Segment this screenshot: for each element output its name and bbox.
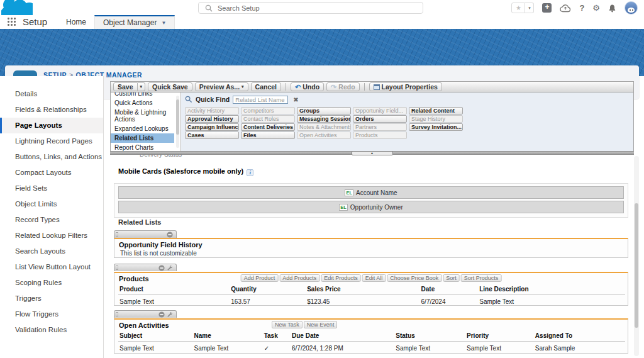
related-list-section-products[interactable]: ProductsAdd ProductAdd ProductsEdit Prod… bbox=[114, 272, 628, 306]
palette-item-related-content[interactable]: Related Content bbox=[409, 107, 463, 115]
notifications-bell-icon[interactable] bbox=[608, 4, 616, 13]
palette-item-open-activities[interactable]: Open Activities bbox=[297, 131, 351, 139]
edit-section-properties-icon[interactable] bbox=[167, 265, 173, 271]
table-cell: ✓ bbox=[263, 342, 291, 355]
palette-item-cases[interactable]: Cases bbox=[185, 131, 239, 139]
drag-grip-icon bbox=[116, 266, 118, 270]
setup-nav-bar: Setup Home Object Manager ▼ bbox=[0, 15, 644, 29]
sidebar-item-related-lookup-filters[interactable]: Related Lookup Filters bbox=[0, 228, 103, 243]
app-launcher-icon[interactable] bbox=[8, 18, 16, 26]
palette-item-files[interactable]: Files bbox=[241, 131, 295, 139]
palette-item-opportunity-field[interactable]: Opportunity Field... bbox=[353, 107, 407, 115]
sidebar-item-field-sets[interactable]: Field Sets bbox=[0, 181, 103, 196]
section-table: ProductQuantitySales PriceDateLine Descr… bbox=[118, 284, 625, 308]
search-icon bbox=[205, 4, 213, 12]
sidebar-item-object-limits[interactable]: Object Limits bbox=[0, 196, 103, 212]
column-header-line-description: Line Description bbox=[478, 284, 625, 295]
save-button[interactable]: Save bbox=[113, 82, 138, 91]
section-handle-products[interactable] bbox=[114, 264, 177, 271]
sidebar-item-scoping-rules[interactable]: Scoping Rules bbox=[0, 275, 103, 291]
category-scrollbar[interactable] bbox=[176, 96, 179, 148]
tab-object-manager-label: Object Manager bbox=[103, 18, 157, 27]
palette-canvas-divider: ▲ bbox=[110, 151, 634, 155]
sidebar-item-validation-rules[interactable]: Validation Rules bbox=[0, 322, 103, 338]
palette-item-content-deliveries[interactable]: Content Deliveries bbox=[241, 123, 295, 131]
palette-column: Related ContentStage HistorySurvey Invit… bbox=[409, 107, 463, 139]
favorites-dropdown-icon[interactable]: ▾ bbox=[525, 3, 534, 13]
palette-item-orders[interactable]: Orders bbox=[353, 115, 407, 123]
related-list-section-open-activities[interactable]: Open ActivitiesNew TaskNew EventSubjectN… bbox=[114, 318, 628, 354]
sidebar-item-lightning-record-pages[interactable]: Lightning Record Pages bbox=[0, 133, 103, 149]
collapse-palette-handle[interactable]: ▲ bbox=[352, 151, 393, 155]
palette-category-custom-links[interactable]: Custom Links bbox=[111, 92, 174, 98]
remove-section-icon[interactable] bbox=[167, 232, 173, 238]
palette-item-groups[interactable]: Groups bbox=[297, 107, 351, 115]
palette-item-activity-history[interactable]: Activity History bbox=[185, 107, 239, 115]
palette-category-related-lists[interactable]: Related Lists bbox=[111, 133, 174, 143]
sidebar-item-fields-relationships[interactable]: Fields & Relationships bbox=[0, 102, 103, 118]
user-avatar[interactable] bbox=[625, 1, 638, 14]
palette-item-messaging-sessions[interactable]: Messaging Sessions bbox=[297, 115, 351, 123]
sidebar-item-list-view-button-layout[interactable]: List View Button Layout bbox=[0, 259, 103, 275]
palette-item-survey-invitation[interactable]: Survey Invitation... bbox=[409, 123, 463, 131]
related-list-section-opportunity-field-history[interactable]: Opportunity Field HistoryThis list is no… bbox=[114, 238, 628, 258]
palette-item-products[interactable]: Products bbox=[353, 131, 407, 139]
tab-home[interactable]: Home bbox=[58, 15, 94, 29]
palette-item-notes-attachments[interactable]: Notes & Attachments bbox=[297, 123, 351, 131]
sidebar-item-details[interactable]: Details bbox=[0, 86, 103, 102]
palette-category-expanded-lookups[interactable]: Expanded Lookups bbox=[111, 124, 174, 133]
mobile-card-account-name[interactable]: ELAccount Name bbox=[118, 186, 624, 199]
table-cell: Sample Text bbox=[118, 295, 230, 308]
mobile-cards-dropzone: ELAccount NameELOpportunity Owner bbox=[114, 183, 628, 218]
redo-button[interactable]: ↷Redo bbox=[326, 82, 359, 91]
quick-save-button[interactable]: Quick Save bbox=[148, 82, 192, 91]
scrollbar-thumb[interactable] bbox=[635, 203, 638, 328]
quick-find-input[interactable] bbox=[233, 96, 288, 104]
palette-category-mobile-lightning-actions[interactable]: Mobile & Lightning Actions bbox=[111, 108, 174, 124]
canvas-scrollbar[interactable] bbox=[634, 156, 639, 356]
palette-category-quick-actions[interactable]: Quick Actions bbox=[111, 98, 174, 108]
undo-button[interactable]: ↶Undo bbox=[291, 82, 324, 91]
clear-icon[interactable]: ✖ bbox=[293, 96, 298, 103]
palette-item-competitors[interactable]: Competitors bbox=[241, 107, 295, 115]
palette-item-stage-history[interactable]: Stage History bbox=[409, 115, 463, 123]
sidebar-item-triggers[interactable]: Triggers bbox=[0, 291, 103, 306]
sidebar-item-page-layouts[interactable]: Page Layouts bbox=[0, 118, 103, 133]
toolbar-separator bbox=[364, 83, 365, 91]
search-input[interactable] bbox=[218, 4, 423, 12]
redo-icon: ↷ bbox=[331, 84, 336, 90]
remove-section-icon[interactable] bbox=[158, 265, 165, 271]
table-cell: Sample Text bbox=[478, 295, 625, 308]
column-header-status: Status bbox=[394, 331, 465, 342]
palette-column: Opportunity Field...OrdersPartnersProduc… bbox=[353, 107, 407, 139]
org-cloud-icon[interactable] bbox=[560, 4, 571, 13]
save-dropdown-button[interactable]: ▾ bbox=[138, 82, 146, 91]
palette-item-contact-roles[interactable]: Contact Roles bbox=[241, 115, 295, 123]
info-icon[interactable]: i bbox=[247, 169, 253, 176]
palette-category-report-charts[interactable]: Report Charts bbox=[111, 143, 174, 151]
sidebar-item-compact-layouts[interactable]: Compact Layouts bbox=[0, 165, 103, 181]
section-handle-opportunity-field-history[interactable] bbox=[114, 230, 177, 238]
app-name-label: Setup bbox=[23, 16, 47, 27]
layout-properties-button[interactable]: Layout Properties bbox=[369, 82, 442, 91]
page-layout-editor: Save ▾ Quick Save Preview As...▾ Cancel … bbox=[110, 81, 634, 358]
remove-section-icon[interactable] bbox=[158, 311, 165, 318]
palette-item-campaign-influence[interactable]: Campaign Influence bbox=[185, 123, 239, 131]
section-handle-open-activities[interactable] bbox=[114, 310, 177, 318]
palette-item-approval-history[interactable]: Approval History bbox=[185, 115, 239, 123]
sidebar-item-record-types[interactable]: Record Types bbox=[0, 212, 103, 228]
favorites-star-icon[interactable]: ★ bbox=[511, 3, 525, 13]
palette-item-partners[interactable]: Partners bbox=[353, 123, 407, 131]
mobile-card-opportunity-owner[interactable]: ELOpportunity Owner bbox=[118, 201, 624, 213]
edit-section-properties-icon[interactable] bbox=[167, 311, 173, 318]
sidebar-item-flow-triggers[interactable]: Flow Triggers bbox=[0, 306, 103, 322]
cancel-button[interactable]: Cancel bbox=[251, 82, 281, 91]
tab-object-manager[interactable]: Object Manager ▼ bbox=[94, 15, 175, 29]
setup-gear-icon[interactable]: ⚙ bbox=[592, 3, 600, 13]
help-icon[interactable]: ? bbox=[579, 3, 584, 13]
quick-create-icon[interactable]: + bbox=[542, 3, 552, 13]
sidebar-item-buttons-links-and-actions[interactable]: Buttons, Links, and Actions bbox=[0, 149, 103, 165]
sidebar-item-search-layouts[interactable]: Search Layouts bbox=[0, 243, 103, 259]
column-header-name: Name bbox=[192, 331, 262, 342]
preview-as-button[interactable]: Preview As...▾ bbox=[195, 82, 248, 91]
